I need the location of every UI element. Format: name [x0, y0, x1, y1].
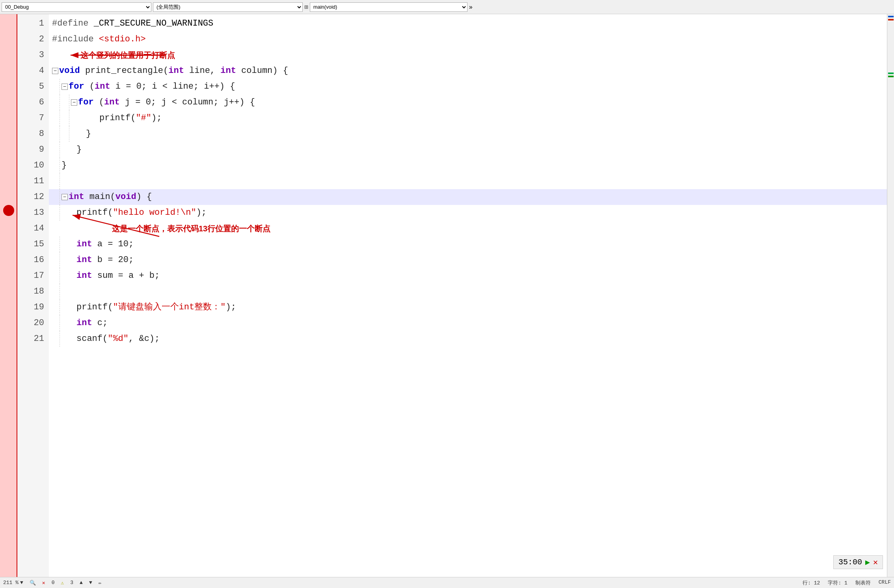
zoom-icon[interactable]: ▼: [20, 580, 23, 586]
tab-indicator: 制表符: [855, 579, 871, 586]
code-line-10: }: [49, 158, 887, 173]
line-num-5: 5: [17, 79, 44, 95]
annotation-breakpoint: 这是一个断点，表示代码13行位置的一个断点: [112, 221, 270, 236]
right-scrollbar[interactable]: [887, 14, 894, 577]
toolbar: 00_Debug (全局范围) ⊞ main(void) »: [0, 0, 894, 14]
scope-select[interactable]: (全局范围): [153, 2, 303, 12]
indent-guide-6a: [52, 95, 60, 110]
code-line-16: int b = 20;: [49, 252, 887, 268]
zoom-controls[interactable]: 211 % ▼: [3, 580, 23, 586]
scrollbar-marker-blue: [888, 16, 894, 17]
timer-box: 35:00 ▶ ✕: [833, 555, 883, 569]
fold-icon-4[interactable]: −: [52, 68, 58, 74]
fold-icon-5[interactable]: −: [61, 84, 68, 90]
code-line-9: }: [49, 142, 887, 158]
code-line-20: int c;: [49, 315, 887, 331]
line-num-20: 20: [17, 315, 44, 331]
col-indicator: 字符: 1: [828, 579, 847, 586]
line-num-19: 19: [17, 300, 44, 315]
code-line-21: scanf( ″%d″ , &c);: [49, 331, 887, 347]
line-num-11: 11: [17, 173, 44, 189]
debug-config-select[interactable]: 00_Debug: [2, 2, 151, 12]
code-line-15: int a = 10;: [49, 236, 887, 252]
code-line-11: [49, 173, 887, 189]
line-num-16: 16: [17, 252, 44, 268]
line-num-3: 3: [17, 47, 44, 63]
scrollbar-marker-green: [888, 73, 894, 74]
code-text-4: print_rectangle(: [80, 63, 168, 79]
function-icon: ⊞: [304, 3, 308, 11]
indent-guide-5: [52, 79, 60, 95]
code-line-18: [49, 284, 887, 300]
line-num-6: 6: [17, 95, 44, 110]
breakpoint-margin: [0, 14, 17, 577]
scroll-up[interactable]: ▲: [80, 580, 83, 586]
code-text-2: #include <stdio.h>: [52, 32, 146, 47]
warning-icon: ⚠: [61, 580, 64, 586]
code-line-6: − for ( int j = 0; j < column; j++) {: [49, 95, 887, 110]
code-content[interactable]: #define _CRT_SECURE_NO_WARNINGS #include…: [49, 14, 887, 577]
line-num-9: 9: [17, 142, 44, 158]
scrollbar-marker-green2: [888, 76, 894, 77]
line-num-4: 4: [17, 63, 44, 79]
line-num-8: 8: [17, 126, 44, 142]
indent-guide-6b: [61, 95, 69, 110]
kw-void-4: void: [59, 63, 80, 79]
code-line-13: printf( ″hello world!\n″ );: [49, 205, 887, 221]
close-timer-button[interactable]: ✕: [873, 557, 878, 567]
pencil-icon: ✏: [99, 580, 102, 586]
zoom-level: 211 %: [3, 580, 19, 586]
function-select[interactable]: main(void): [310, 2, 467, 12]
line-num-21: 21: [17, 331, 44, 347]
status-bar: 211 % ▼ 🔍 ✕ 0 ⚠ 3 ▲ ▼ ✏ 行: 12 字符: 1 制表符 …: [0, 577, 894, 588]
line-num-18: 18: [17, 284, 44, 300]
error-icon: ✕: [42, 580, 45, 586]
editor-container: 1 2 3 4 5 6 7 8 9 10 11 12 13 14 15 16 1…: [0, 14, 894, 577]
code-line-4: − void print_rectangle( int line, int co…: [49, 63, 887, 79]
scrollbar-marker-red: [888, 19, 894, 20]
play-button[interactable]: ▶: [865, 557, 870, 567]
fold-icon-6[interactable]: −: [71, 99, 77, 106]
code-text-1: #define _CRT_SECURE_NO_WARNINGS: [52, 16, 213, 32]
code-line-5: − for ( int i = 0; i < line; i++) {: [49, 79, 887, 95]
code-line-2: #include <stdio.h>: [49, 32, 887, 47]
line-num-2: 2: [17, 32, 44, 47]
line-numbers: 1 2 3 4 5 6 7 8 9 10 11 12 13 14 15 16 1…: [17, 14, 49, 577]
line-num-12: 12: [17, 189, 44, 205]
code-line-14: 这是一个断点，表示代码13行位置的一个断点: [49, 221, 887, 236]
warning-count: 3: [70, 580, 73, 586]
line-num-14: 14: [17, 221, 44, 236]
code-line-17: int sum = a + b;: [49, 268, 887, 284]
code-line-3: 这个竖列的位置用于打断点: [49, 47, 887, 63]
breakpoint-dot-line13[interactable]: [3, 205, 14, 216]
fold-icon-12[interactable]: −: [61, 194, 68, 200]
scroll-down[interactable]: ▼: [89, 580, 92, 586]
code-line-12: − int main( void ) {: [49, 189, 887, 205]
line-ending-indicator: CRLF: [879, 579, 891, 586]
toolbar-expand-button[interactable]: »: [469, 4, 473, 11]
magnify-icon[interactable]: 🔍: [30, 580, 36, 586]
status-right: 行: 12 字符: 1 制表符 CRLF: [803, 579, 891, 586]
code-line-1: #define _CRT_SECURE_NO_WARNINGS: [49, 16, 887, 32]
line-num-1: 1: [17, 16, 44, 32]
timer-display: 35:00: [838, 558, 862, 567]
error-count: 0: [52, 580, 55, 586]
row-indicator: 行: 12: [803, 579, 820, 586]
code-line-19: printf( ″请键盘输入一个int整数：″ );: [49, 300, 887, 315]
line-num-15: 15: [17, 236, 44, 252]
code-line-8: }: [49, 126, 887, 142]
line-num-17: 17: [17, 268, 44, 284]
annotation-vertical-col: 这个竖列的位置用于打断点: [80, 47, 175, 63]
code-line-7: printf( ″#″ );: [49, 110, 887, 126]
line-num-10: 10: [17, 158, 44, 173]
line-num-13: 13: [17, 205, 44, 221]
line-num-7: 7: [17, 110, 44, 126]
